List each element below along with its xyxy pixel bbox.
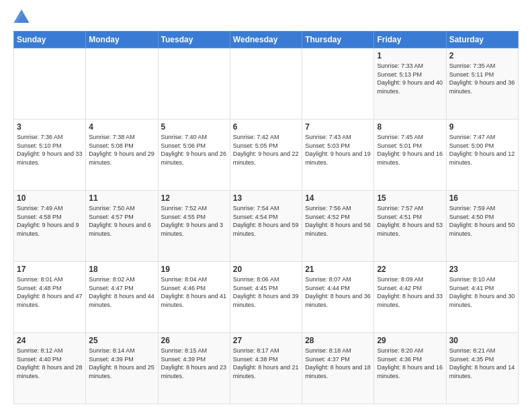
- weekday-header-thursday: Thursday: [302, 32, 374, 48]
- day-info: Sunrise: 7:40 AM Sunset: 5:06 PM Dayligh…: [161, 133, 227, 167]
- calendar-cell: 29Sunrise: 8:20 AM Sunset: 4:36 PM Dayli…: [374, 333, 446, 404]
- calendar-body: 1Sunrise: 7:33 AM Sunset: 5:13 PM Daylig…: [14, 48, 519, 404]
- calendar-cell: [302, 48, 374, 120]
- calendar-cell: 1Sunrise: 7:33 AM Sunset: 5:13 PM Daylig…: [374, 48, 446, 120]
- calendar-cell: [14, 48, 86, 120]
- day-number: 14: [305, 193, 371, 203]
- calendar-cell: 2Sunrise: 7:35 AM Sunset: 5:11 PM Daylig…: [446, 48, 518, 120]
- day-info: Sunrise: 8:15 AM Sunset: 4:39 PM Dayligh…: [161, 347, 227, 380]
- day-number: 24: [17, 336, 83, 345]
- page: SundayMondayTuesdayWednesdayThursdayFrid…: [0, 0, 532, 411]
- header: [13, 11, 519, 24]
- calendar-cell: 27Sunrise: 8:17 AM Sunset: 4:38 PM Dayli…: [230, 333, 302, 404]
- day-number: 17: [17, 265, 83, 274]
- day-info: Sunrise: 7:35 AM Sunset: 5:11 PM Dayligh…: [449, 62, 515, 95]
- day-info: Sunrise: 8:21 AM Sunset: 4:35 PM Dayligh…: [449, 347, 515, 380]
- day-number: 3: [17, 122, 83, 132]
- calendar-cell: 5Sunrise: 7:40 AM Sunset: 5:06 PM Daylig…: [158, 120, 230, 191]
- day-info: Sunrise: 7:36 AM Sunset: 5:10 PM Dayligh…: [17, 133, 83, 167]
- day-number: 25: [89, 336, 154, 345]
- day-number: 7: [305, 122, 371, 132]
- day-number: 19: [161, 265, 227, 274]
- calendar-week-row: 1Sunrise: 7:33 AM Sunset: 5:13 PM Daylig…: [14, 48, 519, 120]
- weekday-header-saturday: Saturday: [446, 32, 518, 48]
- day-info: Sunrise: 8:02 AM Sunset: 4:47 PM Dayligh…: [89, 275, 154, 309]
- calendar-cell: 23Sunrise: 8:10 AM Sunset: 4:41 PM Dayli…: [446, 262, 518, 333]
- day-number: 22: [377, 265, 443, 274]
- day-number: 11: [89, 193, 154, 203]
- calendar-cell: 13Sunrise: 7:54 AM Sunset: 4:54 PM Dayli…: [230, 191, 302, 262]
- calendar-cell: 4Sunrise: 7:38 AM Sunset: 5:08 PM Daylig…: [86, 120, 158, 191]
- day-info: Sunrise: 8:09 AM Sunset: 4:42 PM Dayligh…: [377, 275, 443, 309]
- day-number: 5: [161, 122, 227, 132]
- calendar-cell: 28Sunrise: 8:18 AM Sunset: 4:37 PM Dayli…: [302, 333, 374, 404]
- day-info: Sunrise: 8:17 AM Sunset: 4:38 PM Dayligh…: [233, 347, 299, 380]
- weekday-header-friday: Friday: [374, 32, 446, 48]
- weekday-header-wednesday: Wednesday: [230, 32, 302, 48]
- day-number: 8: [377, 122, 443, 132]
- day-info: Sunrise: 8:14 AM Sunset: 4:39 PM Dayligh…: [89, 347, 154, 380]
- day-info: Sunrise: 7:50 AM Sunset: 4:57 PM Dayligh…: [89, 204, 154, 238]
- logo: [13, 11, 32, 24]
- calendar-cell: 16Sunrise: 7:59 AM Sunset: 4:50 PM Dayli…: [446, 191, 518, 262]
- calendar-cell: 7Sunrise: 7:43 AM Sunset: 5:03 PM Daylig…: [302, 120, 374, 191]
- calendar-cell: 22Sunrise: 8:09 AM Sunset: 4:42 PM Dayli…: [374, 262, 446, 333]
- day-info: Sunrise: 7:47 AM Sunset: 5:00 PM Dayligh…: [449, 133, 515, 167]
- calendar-cell: 11Sunrise: 7:50 AM Sunset: 4:57 PM Dayli…: [86, 191, 158, 262]
- calendar-cell: 26Sunrise: 8:15 AM Sunset: 4:39 PM Dayli…: [158, 333, 230, 404]
- day-number: 13: [233, 193, 299, 203]
- calendar-week-row: 17Sunrise: 8:01 AM Sunset: 4:48 PM Dayli…: [14, 262, 519, 333]
- calendar-week-row: 24Sunrise: 8:12 AM Sunset: 4:40 PM Dayli…: [14, 333, 519, 404]
- day-number: 12: [161, 193, 227, 203]
- weekday-header-monday: Monday: [86, 32, 158, 48]
- calendar-cell: [86, 48, 158, 120]
- calendar-cell: 9Sunrise: 7:47 AM Sunset: 5:00 PM Daylig…: [446, 120, 518, 191]
- weekday-header-sunday: Sunday: [14, 32, 86, 48]
- calendar-cell: 8Sunrise: 7:45 AM Sunset: 5:01 PM Daylig…: [374, 120, 446, 191]
- day-number: 16: [449, 193, 515, 203]
- day-info: Sunrise: 8:06 AM Sunset: 4:45 PM Dayligh…: [233, 275, 299, 309]
- day-info: Sunrise: 7:52 AM Sunset: 4:55 PM Dayligh…: [161, 204, 227, 238]
- calendar-cell: 3Sunrise: 7:36 AM Sunset: 5:10 PM Daylig…: [14, 120, 86, 191]
- day-info: Sunrise: 7:38 AM Sunset: 5:08 PM Dayligh…: [89, 133, 154, 167]
- calendar-table: SundayMondayTuesdayWednesdayThursdayFrid…: [13, 31, 519, 404]
- day-number: 15: [377, 193, 443, 203]
- day-info: Sunrise: 7:45 AM Sunset: 5:01 PM Dayligh…: [377, 133, 443, 167]
- logo-icon: [13, 9, 30, 23]
- calendar-cell: [158, 48, 230, 120]
- day-number: 28: [305, 336, 371, 345]
- day-info: Sunrise: 7:56 AM Sunset: 4:52 PM Dayligh…: [305, 204, 371, 238]
- weekday-header-tuesday: Tuesday: [158, 32, 230, 48]
- calendar-cell: 12Sunrise: 7:52 AM Sunset: 4:55 PM Dayli…: [158, 191, 230, 262]
- day-info: Sunrise: 8:01 AM Sunset: 4:48 PM Dayligh…: [17, 275, 83, 309]
- day-number: 26: [161, 336, 227, 345]
- day-number: 9: [449, 122, 515, 132]
- calendar-cell: 18Sunrise: 8:02 AM Sunset: 4:47 PM Dayli…: [86, 262, 158, 333]
- weekday-header-row: SundayMondayTuesdayWednesdayThursdayFrid…: [14, 32, 519, 48]
- day-info: Sunrise: 8:10 AM Sunset: 4:41 PM Dayligh…: [449, 275, 515, 309]
- day-number: 6: [233, 122, 299, 132]
- day-info: Sunrise: 8:20 AM Sunset: 4:36 PM Dayligh…: [377, 347, 443, 380]
- calendar-cell: 25Sunrise: 8:14 AM Sunset: 4:39 PM Dayli…: [86, 333, 158, 404]
- calendar-cell: 21Sunrise: 8:07 AM Sunset: 4:44 PM Dayli…: [302, 262, 374, 333]
- calendar-cell: 6Sunrise: 7:42 AM Sunset: 5:05 PM Daylig…: [230, 120, 302, 191]
- day-number: 2: [449, 51, 515, 60]
- day-number: 29: [377, 336, 443, 345]
- calendar-cell: 30Sunrise: 8:21 AM Sunset: 4:35 PM Dayli…: [446, 333, 518, 404]
- calendar-cell: 15Sunrise: 7:57 AM Sunset: 4:51 PM Dayli…: [374, 191, 446, 262]
- calendar-cell: 14Sunrise: 7:56 AM Sunset: 4:52 PM Dayli…: [302, 191, 374, 262]
- day-info: Sunrise: 7:49 AM Sunset: 4:58 PM Dayligh…: [17, 204, 83, 238]
- calendar-week-row: 3Sunrise: 7:36 AM Sunset: 5:10 PM Daylig…: [14, 120, 519, 191]
- day-info: Sunrise: 7:57 AM Sunset: 4:51 PM Dayligh…: [377, 204, 443, 238]
- day-info: Sunrise: 8:18 AM Sunset: 4:37 PM Dayligh…: [305, 347, 371, 380]
- day-number: 30: [449, 336, 515, 345]
- calendar-cell: [230, 48, 302, 120]
- calendar-cell: 19Sunrise: 8:04 AM Sunset: 4:46 PM Dayli…: [158, 262, 230, 333]
- day-info: Sunrise: 7:33 AM Sunset: 5:13 PM Dayligh…: [377, 62, 443, 95]
- day-info: Sunrise: 8:12 AM Sunset: 4:40 PM Dayligh…: [17, 347, 83, 380]
- day-info: Sunrise: 8:07 AM Sunset: 4:44 PM Dayligh…: [305, 275, 371, 309]
- calendar-week-row: 10Sunrise: 7:49 AM Sunset: 4:58 PM Dayli…: [14, 191, 519, 262]
- day-number: 27: [233, 336, 299, 345]
- calendar-cell: 10Sunrise: 7:49 AM Sunset: 4:58 PM Dayli…: [14, 191, 86, 262]
- day-info: Sunrise: 8:04 AM Sunset: 4:46 PM Dayligh…: [161, 275, 227, 309]
